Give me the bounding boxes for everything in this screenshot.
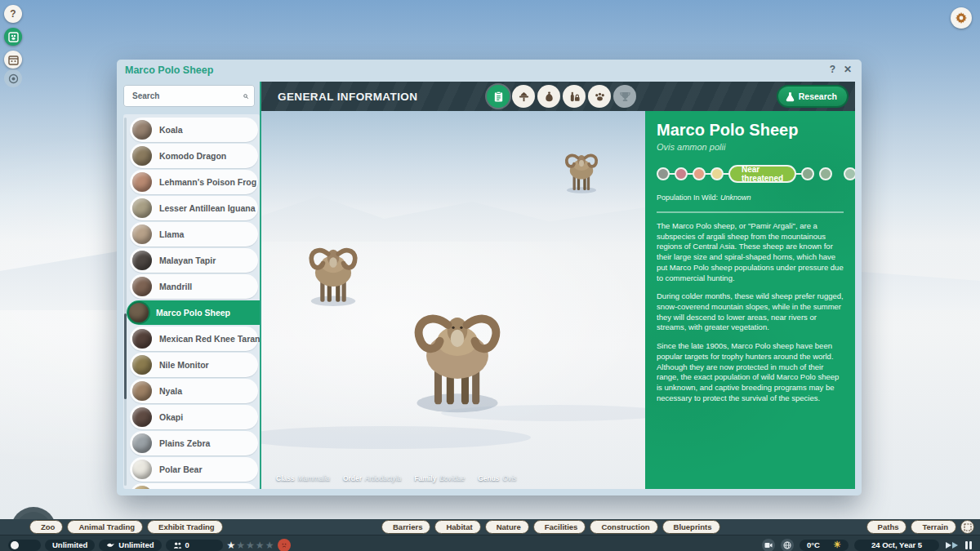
conservation-credits[interactable]: Unlimited	[99, 540, 161, 551]
list-item-mandrill[interactable]: Mandrill	[130, 274, 258, 299]
money-balance[interactable]: Unlimited	[45, 540, 95, 551]
tab-awards[interactable]	[613, 85, 636, 108]
animal-name: Llama	[159, 229, 184, 239]
tab-enrichment[interactable]	[563, 85, 586, 108]
facilities-button[interactable]: Facilities	[533, 520, 586, 534]
camera-button[interactable]	[762, 539, 775, 551]
animal-name: Lehmann's Poison Frog	[159, 177, 256, 187]
construction-label: Construction	[601, 522, 649, 531]
question-icon: ?	[10, 8, 16, 20]
list-item-okapi[interactable]: Okapi	[130, 405, 258, 429]
list-item-marco-polo-sheep-selected[interactable]: Marco Polo Sheep	[127, 300, 260, 325]
clipboard-icon	[492, 91, 505, 103]
research-button[interactable]: Research	[778, 87, 847, 106]
paths-button[interactable]: Paths	[866, 520, 907, 534]
list-item-nile-monitor[interactable]: Nile Monitor	[130, 353, 258, 377]
toolbar-left-cluster: Zoo Animal Trading Exhibit Trading	[29, 520, 223, 534]
camera-mode-button[interactable]	[4, 69, 22, 87]
list-item-mexican-red-knee-tarantula[interactable]: Mexican Red Knee Tarantula	[130, 327, 258, 351]
weather-button[interactable]	[781, 539, 794, 551]
bird-icon	[106, 541, 115, 549]
window-title: Marco Polo Sheep	[125, 64, 213, 76]
settings-gear-icon	[955, 11, 968, 24]
population-value: Unknown	[720, 193, 751, 202]
zoopedia-button[interactable]	[4, 28, 22, 46]
list-item-komodo-dragon[interactable]: Komodo Dragon	[130, 144, 258, 168]
flask-icon	[785, 91, 795, 102]
terrain-button[interactable]: Terrain	[911, 520, 956, 534]
star-icon: ★	[256, 540, 265, 550]
temperature-value: 0°C	[807, 540, 820, 549]
tab-food[interactable]	[537, 85, 560, 108]
window-help-button[interactable]: ?	[830, 64, 835, 75]
status-right-cluster: 0°C ☀ 24 Oct, Year 5	[762, 538, 972, 551]
list-item-nyala[interactable]: Nyala	[130, 379, 258, 403]
list-item-koala[interactable]: Koala	[130, 118, 258, 142]
animal-thumbnail	[132, 224, 152, 244]
taxonomy-class: ClassMammalia	[276, 474, 330, 482]
list-item-malayan-tapir[interactable]: Malayan Tapir	[130, 248, 258, 273]
construction-button[interactable]: Construction	[590, 520, 657, 534]
conservation-dot	[657, 167, 670, 180]
speed-controls[interactable]	[945, 541, 960, 549]
animal-thumbnail	[132, 146, 152, 166]
tab-animal-care[interactable]	[588, 85, 611, 108]
date-display[interactable]: 24 Oct, Year 5	[854, 540, 939, 551]
guest-count[interactable]: 0	[166, 540, 223, 551]
video-camera-icon	[764, 542, 773, 549]
zoo-rating[interactable]: ★ ★ ★ ★ ★	[227, 540, 274, 550]
guest-happiness-indicator[interactable]	[278, 539, 291, 551]
ui-toggle[interactable]	[8, 540, 41, 551]
globe-icon	[783, 541, 791, 549]
zoopedia-main: GENERAL INFORMATION	[261, 82, 855, 489]
list-item-plains-zebra[interactable]: Plains Zebra	[130, 431, 258, 455]
exhibit-trading-label: Exhibit Trading	[158, 522, 215, 531]
sun-icon: ☀	[833, 540, 841, 549]
status-left-cluster: Unlimited Unlimited 0 ★ ★ ★ ★ ★	[8, 538, 291, 551]
help-button[interactable]: ?	[4, 5, 22, 23]
pause-button[interactable]	[965, 541, 972, 549]
window-close-button[interactable]: ✕	[844, 64, 852, 75]
sad-face-icon	[280, 541, 288, 549]
paths-label: Paths	[878, 522, 899, 531]
settings-button[interactable]	[951, 7, 972, 29]
list-item-polar-bear[interactable]: Polar Bear	[130, 457, 258, 482]
search-box[interactable]	[123, 85, 255, 107]
animal-thumbnail	[132, 172, 152, 192]
temperature-display[interactable]: 0°C ☀	[800, 540, 849, 551]
animal-trading-button[interactable]: Animal Trading	[67, 520, 143, 534]
toolbar-center-cluster: Barriers Habitat Nature Facilities Const…	[381, 520, 720, 534]
list-item-llama[interactable]: Llama	[130, 222, 258, 247]
description-paragraph: Since the late 1900s, Marco Polo sheep h…	[657, 341, 844, 403]
nature-button[interactable]: Nature	[485, 520, 529, 534]
species-name: Marco Polo Sheep	[657, 121, 844, 140]
list-item-lehmanns-poison-frog[interactable]: Lehmann's Poison Frog	[130, 170, 258, 194]
list-item-lesser-antillean-iguana[interactable]: Lesser Antillean Iguana	[130, 196, 258, 220]
calendar-button[interactable]	[4, 51, 22, 69]
zoo-button[interactable]: Zoo	[29, 520, 63, 534]
selection-tool-button[interactable]	[960, 520, 974, 534]
search-input[interactable]	[131, 91, 243, 101]
calendar-icon	[8, 55, 19, 65]
animal-thumbnail	[132, 355, 152, 375]
animal-name: Nile Monitor	[159, 360, 209, 370]
tab-habitat[interactable]	[512, 85, 535, 108]
animal-thumbnail	[132, 381, 152, 401]
list-item-partial[interactable]	[130, 483, 258, 489]
tab-bar	[487, 85, 636, 108]
barriers-button[interactable]: Barriers	[381, 520, 430, 534]
sack-icon	[543, 91, 555, 103]
conservation-dot	[675, 167, 688, 180]
habitat-button[interactable]: Habitat	[434, 520, 480, 534]
tab-general-information[interactable]	[487, 85, 510, 108]
animal-list: Koala Komodo Dragon Lehmann's Poison Fro…	[123, 114, 260, 489]
money-value: Unlimited	[52, 540, 87, 549]
nature-label: Nature	[497, 522, 521, 531]
animal-thumbnail	[132, 329, 152, 349]
taxonomy-genus: GenusOvis	[478, 474, 516, 482]
blueprints-button[interactable]: Blueprints	[662, 520, 720, 534]
trophy-icon	[619, 91, 631, 103]
animal-name: Lesser Antillean Iguana	[159, 203, 255, 213]
exhibit-trading-button[interactable]: Exhibit Trading	[147, 520, 223, 534]
species-info-panel: Marco Polo Sheep Ovis ammon polii Near t…	[645, 111, 855, 489]
